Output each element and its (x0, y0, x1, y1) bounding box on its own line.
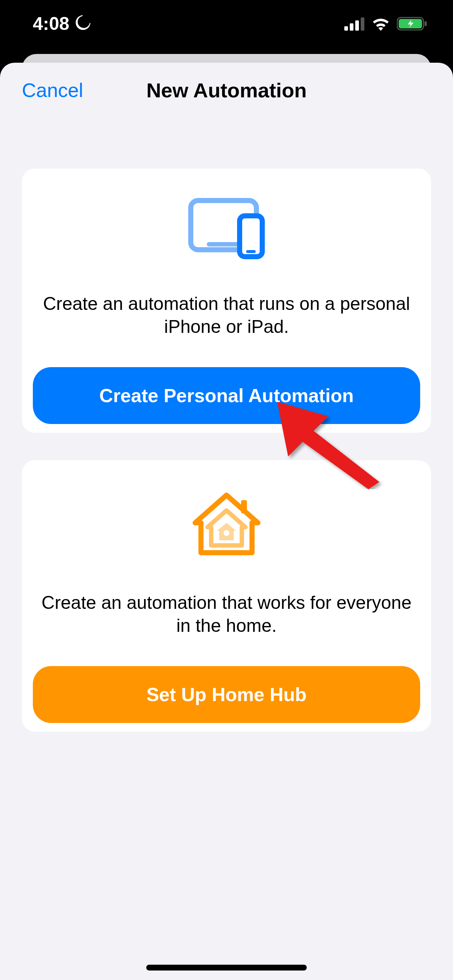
svg-rect-0 (344, 26, 348, 30)
status-time: 4:08 (33, 13, 69, 34)
set-up-home-hub-button[interactable]: Set Up Home Hub (33, 666, 420, 723)
new-automation-sheet: Cancel New Automation Create an automati… (0, 63, 453, 980)
create-personal-automation-button[interactable]: Create Personal Automation (33, 367, 420, 424)
home-automation-card: Create an automation that works for ever… (22, 460, 431, 732)
do-not-disturb-icon (74, 13, 91, 34)
cancel-button[interactable]: Cancel (22, 79, 83, 101)
sheet-header: Cancel New Automation (0, 63, 453, 118)
svg-point-12 (223, 530, 230, 536)
wifi-icon (371, 16, 390, 31)
modal-stack: Cancel New Automation Create an automati… (0, 54, 453, 980)
svg-rect-11 (241, 500, 247, 513)
status-bar: 4:08 (0, 0, 453, 55)
home-indicator[interactable] (146, 965, 307, 970)
svg-rect-6 (424, 21, 427, 26)
personal-devices-icon (33, 197, 420, 259)
svg-rect-1 (350, 23, 353, 30)
battery-charging-icon (397, 16, 427, 31)
personal-automation-card: Create an automation that runs on a pers… (22, 169, 431, 433)
personal-automation-description: Create an automation that runs on a pers… (33, 293, 420, 338)
cellular-signal-icon (344, 17, 365, 30)
home-icon (33, 489, 420, 558)
svg-rect-2 (355, 21, 359, 30)
svg-rect-3 (361, 18, 364, 30)
home-automation-description: Create an automation that works for ever… (33, 591, 420, 637)
